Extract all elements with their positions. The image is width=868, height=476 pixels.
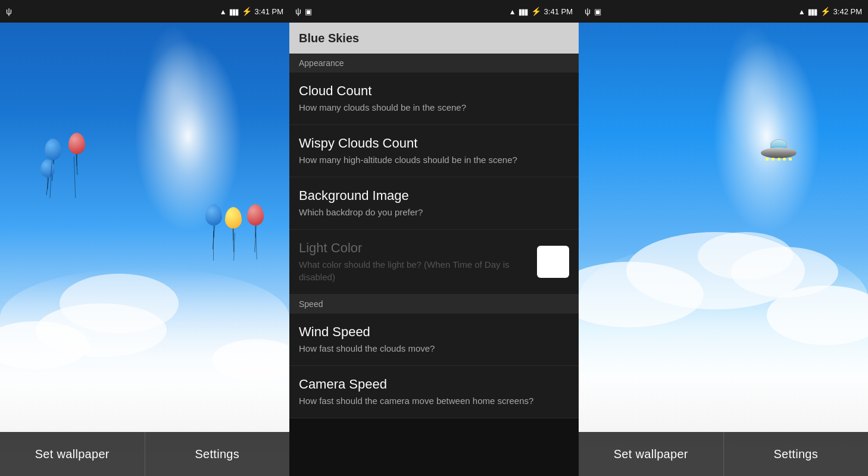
background-image-item[interactable]: Background Image Which backdrop do you p… — [289, 177, 579, 230]
cloud-count-title: Cloud Count — [299, 83, 569, 99]
right-signal-icon — [808, 7, 817, 16]
right-settings-button[interactable]: Settings — [724, 432, 869, 476]
right-photo-icon — [594, 7, 601, 16]
settings-panel: 3:41 PM Blue Skies Appearance Cloud Coun… — [289, 0, 579, 476]
appearance-header: Appearance — [289, 54, 579, 73]
ufo-light — [766, 158, 769, 161]
light-color-title: Light Color — [299, 240, 530, 256]
speed-header: Speed — [289, 295, 579, 314]
wifi-icon — [220, 7, 227, 16]
balloon-yellow — [225, 207, 242, 228]
left-settings-button[interactable]: Settings — [145, 432, 290, 476]
background-image-title: Background Image — [299, 188, 569, 203]
wispy-clouds-title: Wispy Clouds Count — [299, 136, 569, 151]
middle-usb-icon — [295, 7, 301, 16]
middle-signal-icon — [519, 7, 528, 16]
usb-icon — [6, 7, 12, 16]
settings-content: Appearance Cloud Count How many clouds s… — [289, 54, 579, 476]
ufo — [761, 148, 797, 162]
wispy-clouds-item[interactable]: Wispy Clouds Count How many high-altitud… — [289, 125, 579, 177]
light-color-desc: What color should the light be? (When Ti… — [299, 258, 530, 283]
wind-speed-title: Wind Speed — [299, 324, 569, 340]
left-panel: 3:41 PM — [0, 0, 289, 476]
left-time: 3:41 PM — [255, 7, 283, 16]
right-time: 3:42 PM — [833, 7, 862, 16]
wind-speed-desc: How fast should the clouds move? — [299, 342, 569, 355]
middle-wifi-icon — [509, 7, 516, 16]
light-color-swatch[interactable] — [537, 246, 569, 278]
ufo-light — [778, 158, 780, 161]
background-image-desc: Which backdrop do you prefer? — [299, 206, 569, 218]
right-status-bar: 3:42 PM — [579, 0, 868, 23]
balloon-red-1 — [68, 133, 85, 154]
right-wifi-icon — [798, 7, 805, 16]
balloon-blue-2 — [40, 159, 55, 177]
settings-title-bar: Blue Skies — [289, 23, 579, 54]
settings-title: Blue Skies — [299, 32, 359, 45]
light-color-item[interactable]: Light Color What color should the light … — [289, 230, 579, 295]
camera-speed-item[interactable]: Camera Speed How fast should the camera … — [289, 366, 579, 418]
balloon-blue-3 — [205, 204, 222, 226]
left-set-wallpaper-button[interactable]: Set wallpaper — [0, 432, 145, 476]
left-bottom-bar: Set wallpaper Settings — [0, 432, 289, 476]
camera-speed-desc: How fast should the camera move between … — [299, 394, 569, 407]
signal-icon — [230, 7, 239, 16]
battery-icon — [242, 7, 252, 16]
right-usb-icon — [585, 7, 591, 16]
left-status-bar: 3:41 PM — [0, 0, 289, 23]
balloon-red-2 — [247, 204, 264, 226]
balloon-blue-1 — [45, 139, 61, 160]
cloud-count-desc: How many clouds should be in the scene? — [299, 101, 569, 114]
ufo-light — [783, 158, 786, 161]
ufo-light — [789, 158, 792, 161]
middle-photo-icon — [305, 7, 312, 16]
middle-battery-icon — [531, 7, 541, 16]
right-bottom-bar: Set wallpaper Settings — [579, 432, 868, 476]
right-battery-icon — [820, 7, 830, 16]
right-panel: 3:42 PM Set wallp — [579, 0, 868, 476]
camera-speed-title: Camera Speed — [299, 377, 569, 392]
settings-status-bar: 3:41 PM — [289, 0, 579, 23]
right-set-wallpaper-button[interactable]: Set wallpaper — [579, 432, 724, 476]
wispy-clouds-desc: How many high-altitude clouds should be … — [299, 154, 569, 166]
middle-time: 3:41 PM — [544, 7, 573, 16]
ufo-light — [772, 158, 775, 161]
cloud-count-item[interactable]: Cloud Count How many clouds should be in… — [289, 73, 579, 125]
wind-speed-item[interactable]: Wind Speed How fast should the clouds mo… — [289, 314, 579, 366]
